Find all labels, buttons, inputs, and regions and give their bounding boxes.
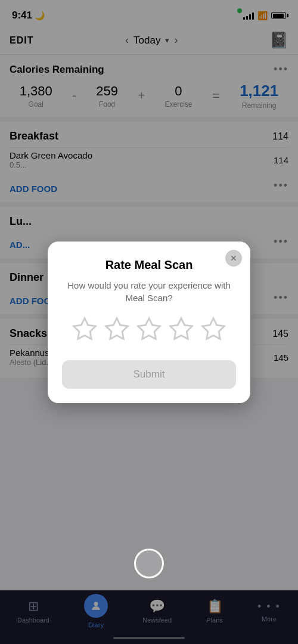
close-icon: ✕: [230, 253, 237, 263]
modal-subtitle: How would you rate your experience with …: [62, 279, 236, 304]
submit-button[interactable]: Submit: [62, 360, 236, 389]
star-1[interactable]: [72, 316, 98, 346]
svg-marker-1: [74, 318, 96, 339]
star-3[interactable]: [136, 316, 162, 346]
svg-marker-5: [203, 318, 225, 339]
modal-overlay[interactable]: ✕ Rate Meal Scan How would you rate your…: [0, 0, 298, 644]
home-button-circle: [134, 549, 164, 578]
svg-marker-4: [170, 318, 193, 339]
svg-marker-3: [138, 318, 160, 339]
star-5[interactable]: [200, 316, 226, 346]
star-4[interactable]: [168, 316, 194, 346]
rate-meal-scan-modal: ✕ Rate Meal Scan How would you rate your…: [48, 242, 250, 403]
modal-title: Rate Meal Scan: [62, 258, 236, 272]
svg-marker-2: [106, 318, 128, 339]
modal-close-button[interactable]: ✕: [225, 250, 242, 267]
star-2[interactable]: [104, 316, 130, 346]
star-rating-row: [62, 316, 236, 346]
